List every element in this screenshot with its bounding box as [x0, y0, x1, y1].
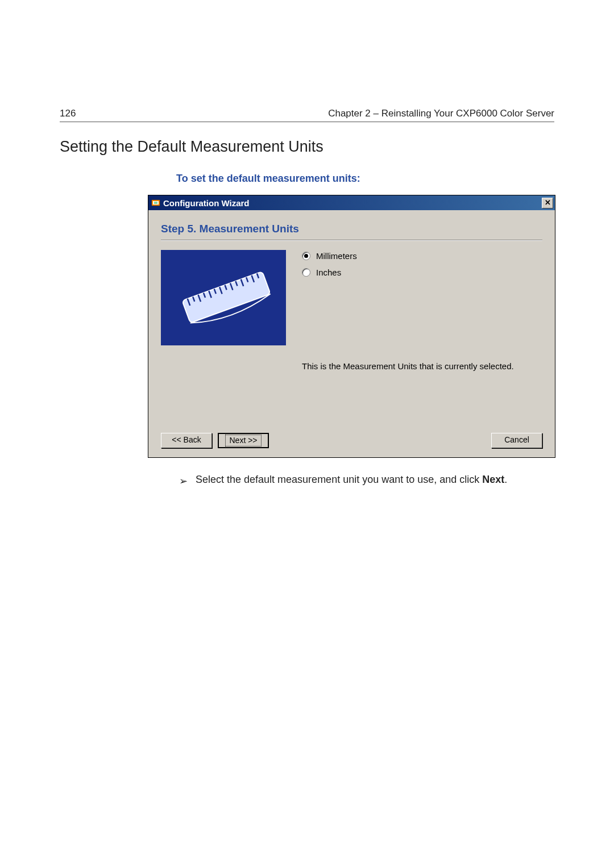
radio-millimeters[interactable]: Millimeters [302, 251, 357, 261]
step-title: Step 5. Measurement Units [161, 223, 542, 239]
instruction-step: ➢ Select the default measurement unit yo… [179, 474, 554, 489]
instruction-text: Select the default measurement unit you … [196, 474, 507, 489]
radio-inches[interactable]: Inches [302, 268, 357, 277]
ruler-illustration [161, 250, 286, 345]
dialog-button-row: << Back Next >> Cancel [161, 429, 542, 448]
back-button[interactable]: << Back [161, 433, 212, 448]
svg-rect-2 [182, 272, 270, 323]
next-button[interactable]: Next >> [218, 433, 269, 448]
dialog-titlebar: Configuration Wizard ✕ [148, 195, 555, 210]
section-heading: Setting the Default Measurement Units [60, 138, 554, 156]
description-text: This is the Measurement Units that is cu… [302, 361, 542, 429]
unit-options: Millimeters Inches [302, 250, 357, 345]
dialog-title: Configuration Wizard [163, 198, 542, 208]
radio-label: Inches [316, 268, 341, 277]
bullet-icon: ➢ [179, 474, 188, 489]
wizard-icon [151, 198, 160, 207]
radio-label: Millimeters [316, 251, 357, 261]
page-number: 126 [60, 108, 76, 119]
close-button[interactable]: ✕ [542, 198, 553, 208]
cancel-button[interactable]: Cancel [491, 433, 542, 448]
svg-rect-1 [153, 201, 159, 205]
configuration-wizard-dialog: Configuration Wizard ✕ Step 5. Measureme… [148, 195, 555, 458]
page-header: 126 Chapter 2 – Reinstalling Your CXP600… [60, 108, 554, 122]
radio-icon [302, 252, 310, 260]
chapter-title: Chapter 2 – Reinstalling Your CXP6000 Co… [328, 108, 554, 119]
radio-icon [302, 268, 310, 277]
sub-instruction: To set the default measurement units: [176, 173, 554, 185]
divider [161, 240, 542, 241]
